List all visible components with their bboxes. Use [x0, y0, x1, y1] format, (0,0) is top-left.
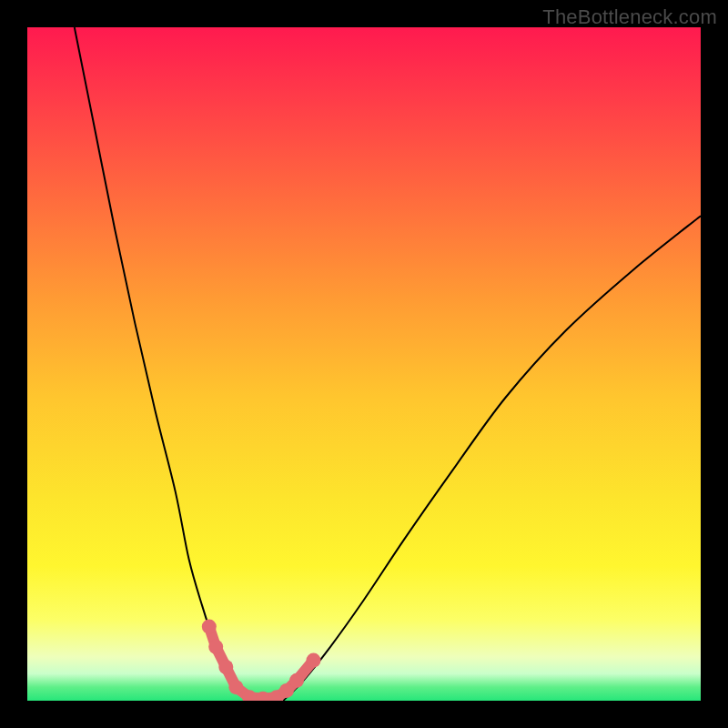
plot-area [27, 27, 701, 701]
marker-dot [202, 620, 217, 634]
chart-svg [27, 27, 701, 701]
right-curve [283, 216, 701, 701]
marker-dot [208, 640, 223, 654]
left-curve [75, 27, 249, 701]
watermark-text: TheBottleneck.com [542, 5, 717, 29]
marker-dot [289, 673, 304, 688]
marker-dot [307, 653, 321, 668]
chart-frame: TheBottleneck.com [0, 0, 728, 728]
marker-dot [228, 680, 243, 694]
marker-dot [218, 660, 233, 674]
